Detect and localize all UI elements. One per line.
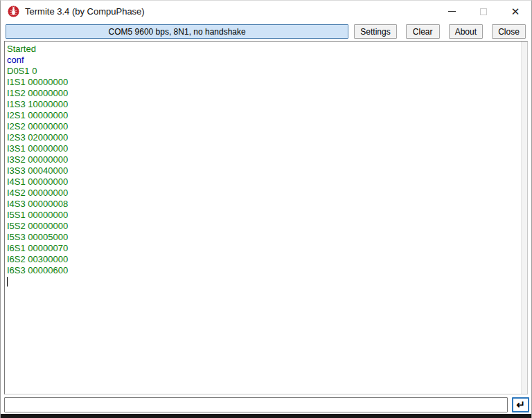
toolbar: COM5 9600 bps, 8N1, no handshake Setting…: [1, 22, 531, 41]
termite-window: Termite 3.4 (by CompuPhase) ✕ COM5 9600 …: [0, 0, 532, 418]
toolbar-buttons: Settings Clear About Close: [354, 24, 526, 39]
terminal-line: I2S2 00000000: [7, 121, 519, 132]
minimize-button[interactable]: [436, 1, 468, 22]
terminal-line: I2S3 02000000: [7, 132, 519, 143]
terminal-line: I2S1 00000000: [7, 110, 519, 121]
about-button[interactable]: About: [449, 24, 483, 39]
text-cursor: [7, 277, 8, 287]
terminal-line: Started: [7, 44, 519, 55]
terminal-line: I6S1 00000070: [7, 243, 519, 254]
terminal-line: I1S3 10000000: [7, 99, 519, 110]
clear-button[interactable]: Clear: [406, 24, 440, 39]
transmit-row: ↵: [4, 397, 529, 412]
settings-button[interactable]: Settings: [354, 24, 396, 39]
maximize-icon: [480, 8, 487, 15]
terminal-line: I3S1 00000000: [7, 143, 519, 154]
terminal-line: D0S1 0: [7, 66, 519, 77]
termite-app-icon: [8, 6, 19, 17]
terminal-lines: StartedconfD0S1 0I1S1 00000000I1S2 00000…: [7, 44, 519, 276]
terminal-line: I5S2 00000000: [7, 221, 519, 232]
title-bar: Termite 3.4 (by CompuPhase) ✕: [1, 1, 531, 22]
window-controls: ✕: [436, 1, 531, 22]
close-window-button[interactable]: ✕: [499, 1, 531, 22]
minimize-icon: [448, 11, 456, 12]
terminal-log[interactable]: StartedconfD0S1 0I1S1 00000000I1S2 00000…: [4, 41, 528, 394]
close-icon: ✕: [511, 6, 520, 17]
close-port-button[interactable]: Close: [492, 24, 526, 39]
terminal-line: I4S3 00000008: [7, 199, 519, 210]
bottom-edge: [1, 414, 531, 418]
terminal-line: I1S1 00000000: [7, 77, 519, 88]
terminal-line: I4S1 00000000: [7, 176, 519, 188]
terminal-line: I1S2 00000000: [7, 88, 519, 99]
window-title: Termite 3.4 (by CompuPhase): [25, 6, 145, 17]
terminal-line: I6S3 00000600: [7, 265, 519, 276]
terminal-line: I4S2 00000000: [7, 188, 519, 199]
send-button[interactable]: ↵: [512, 397, 529, 412]
cursor-line: [7, 276, 519, 287]
terminal-line: I5S1 00000000: [7, 210, 519, 221]
terminal-line: I5S3 00005000: [7, 232, 519, 243]
terminal-line: I3S2 00000000: [7, 154, 519, 165]
transmit-input[interactable]: [4, 397, 508, 412]
enter-icon: ↵: [516, 399, 525, 410]
terminal-scrollbar[interactable]: [521, 42, 527, 394]
port-status-button[interactable]: COM5 9600 bps, 8N1, no handshake: [6, 24, 348, 39]
terminal-line: I6S2 00300000: [7, 254, 519, 265]
terminal-line: conf: [7, 55, 519, 66]
maximize-button: [468, 1, 499, 22]
terminal-line: I3S3 00040000: [7, 165, 519, 176]
